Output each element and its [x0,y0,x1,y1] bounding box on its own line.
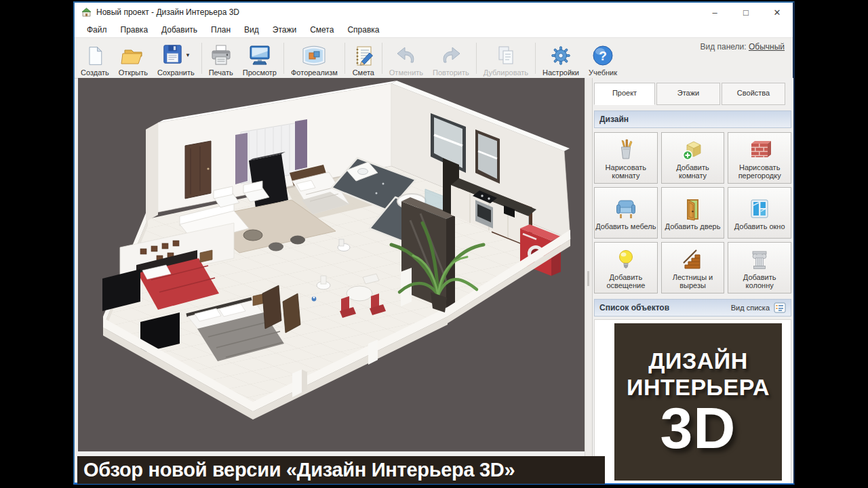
panel-view-switcher: Вид панели: Обычный [700,42,785,52]
list-view-icon [774,302,786,313]
panel-splitter[interactable] [585,78,593,483]
objects-section-title: Список объектов [599,303,669,312]
toolbar-separator [344,43,345,74]
video-caption: Обзор новой версии «Дизайн Интерьера 3D» [77,456,605,484]
toolbar-separator [283,43,284,74]
add-furniture-icon [612,195,639,222]
toolbar-separator [476,43,477,74]
open-folder-icon [121,43,145,68]
3d-viewport[interactable] [78,78,585,451]
add-room-button[interactable]: Добавить комнату [661,132,725,184]
monitor-icon [247,43,273,68]
add-door-button[interactable]: Добавить дверь [661,187,725,239]
add-door-icon [679,195,706,222]
app-house-icon [81,7,92,17]
add-light-button[interactable]: Добавить освещение [594,242,658,293]
design-section-title: Дизайн [599,115,629,124]
menu-bar: Файл Правка Добавить План Вид Этажи Смет… [75,22,793,37]
settings-gear-icon [549,43,572,68]
menu-help[interactable]: Справка [340,23,386,37]
main-toolbar: Создать Открыть [75,37,793,79]
list-view-switcher[interactable]: Вид списка [731,302,786,313]
estimate-notepad-icon [352,43,375,68]
new-document-icon [84,43,106,68]
tab-project[interactable]: Проект [594,83,655,105]
photorealism-button[interactable]: Фотореализм [286,39,342,78]
add-window-button[interactable]: Добавить окно [728,187,791,239]
panel-tabs: Проект Этажи Свойства [593,78,793,105]
draw-room-button[interactable]: Нарисовать комнату [594,132,658,184]
save-floppy-icon [161,43,183,68]
stairs-icon [679,246,706,273]
maximize-button[interactable]: □ [730,3,762,22]
add-column-button[interactable]: Добавить колонну [728,242,791,293]
menu-file[interactable]: Файл [80,23,114,37]
stairs-button[interactable]: Лестницы и вырезы [661,242,725,293]
panel-view-label: Вид панели: [700,42,746,52]
undo-button[interactable]: Отменить [384,39,428,78]
duplicate-button[interactable]: Дублировать [479,39,533,78]
list-view-label: Вид списка [731,304,770,312]
menu-estimate[interactable]: Смета [303,23,340,37]
toolbar-separator [535,43,536,74]
tab-floors[interactable]: Этажи [656,83,720,105]
objects-section-header: Список объектов Вид списка [594,299,791,317]
menu-add[interactable]: Добавить [155,23,204,37]
add-furniture-button[interactable]: Добавить мебель [594,187,658,239]
toolbar-separator [201,43,202,74]
app-logo: ДИЗАЙН ИНТЕРЬЕРА 3D [614,323,782,481]
printer-icon [209,43,233,68]
menu-view[interactable]: Вид [237,23,266,37]
photorealism-icon [300,43,328,68]
toolbar-separator [382,43,382,74]
app-window: Новый проект - Дизайн Интерьера 3D – □ ✕… [73,1,795,485]
settings-button[interactable]: Настройки [538,39,584,78]
tab-properties[interactable]: Свойства [722,83,785,105]
draw-room-icon [612,136,639,163]
window-title: Новый проект - Дизайн Интерьера 3D [96,7,239,17]
title-bar: Новый проект - Дизайн Интерьера 3D – □ ✕ [75,3,793,22]
add-room-icon [679,136,706,163]
side-panel: Проект Этажи Свойства Дизайн [593,78,793,483]
add-column-icon [746,246,773,273]
draw-partition-icon [746,136,773,163]
floor-plan-3d-render [78,78,585,451]
new-project-button[interactable]: Создать [76,39,114,78]
preview-button[interactable]: Просмотр [238,39,281,78]
tutorial-button[interactable]: ? Учебник [584,39,622,78]
logo-line-1: ДИЗАЙН [648,348,748,374]
save-dropdown-arrow[interactable]: ▼ [185,52,191,58]
screenshot-stage: Новый проект - Дизайн Интерьера 3D – □ ✕… [0,0,868,488]
close-button[interactable]: ✕ [762,3,793,22]
open-project-button[interactable]: Открыть [114,39,153,78]
objects-list-area: ДИЗАЙН ИНТЕРЬЕРА 3D [594,319,791,483]
splitter-grip-icon [587,271,589,286]
logo-line-3: 3D [660,401,736,456]
draw-partition-button[interactable]: Нарисовать перегородку [728,132,791,184]
save-project-button[interactable]: ▼ Сохранить [153,39,199,78]
add-window-icon [746,195,773,222]
minimize-button[interactable]: – [699,3,730,22]
svg-text:?: ? [599,49,607,63]
help-icon: ? [591,43,614,68]
duplicate-icon [494,43,517,68]
add-light-icon [612,246,639,273]
panel-view-value-link[interactable]: Обычный [749,42,785,52]
menu-plan[interactable]: План [204,23,237,37]
menu-floors[interactable]: Этажи [266,23,303,37]
undo-icon [394,43,418,68]
menu-edit[interactable]: Правка [114,23,155,37]
design-tools-grid: Нарисовать комнату Добавить комнату [594,132,791,293]
redo-icon [439,43,463,68]
redo-button[interactable]: Повторить [428,39,474,78]
print-button[interactable]: Печать [204,39,238,78]
estimate-button[interactable]: Смета [347,39,380,78]
design-section-header: Дизайн [594,110,791,128]
